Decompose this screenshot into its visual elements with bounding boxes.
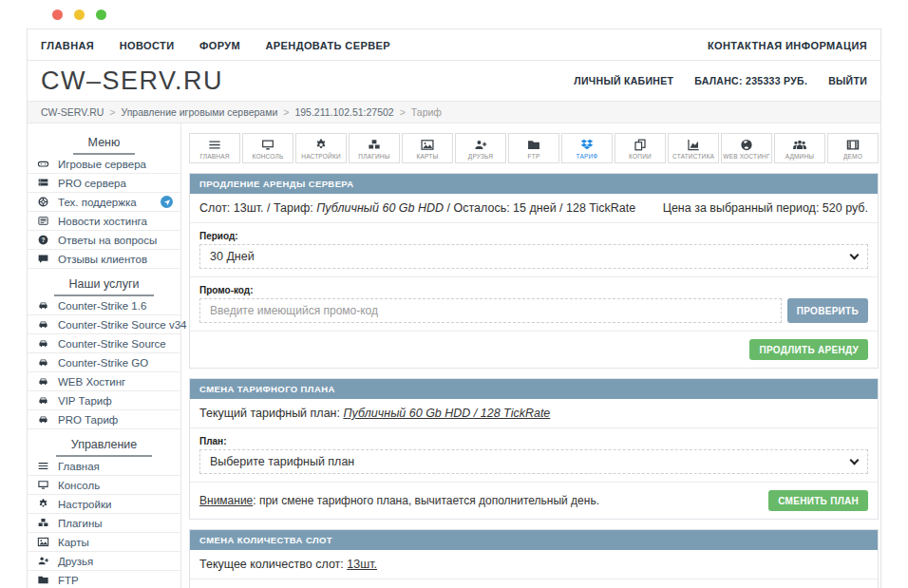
sidebar-item-web-hosting[interactable]: WEB Хостинг [28,372,180,391]
taxi-icon [37,375,49,388]
sidebar-item-label: Плагины [58,518,103,529]
image-icon [37,536,49,548]
extend-rent-button[interactable]: ПРОДЛИТЬ АРЕНДУ [749,339,868,360]
tab-label: FTP [528,153,540,160]
breadcrumb-server-ip[interactable]: 195.211.102.51:27502 [294,106,393,118]
top-nav-left: ГЛАВНАЯ НОВОСТИ ФОРУМ АРЕНДОВАТЬ СЕРВЕР [41,36,411,53]
image-icon [416,138,439,152]
nav-forum-link[interactable]: ФОРУМ [199,40,240,51]
sidebar-item-maps[interactable]: Карты [28,533,180,552]
nav-contact-link[interactable]: КОНТАКТНАЯ ИНФОРМАЦИЯ [708,40,867,51]
monitor-icon [37,479,49,491]
breadcrumb-servers[interactable]: Управление игровыми серверами [121,106,277,118]
account-area: ЛИЧНЫЙ КАБИНЕТ БАЛАНС: 235333 РУБ. ВЫЙТИ [553,75,867,86]
sidebar-item-label: Counter-Strike Source v34 [58,319,187,331]
news-icon [37,215,49,227]
promo-row: Промо-код: ПРОВЕРИТЬ [190,277,878,332]
tab-label: НАСТРОЙКИ [301,153,341,160]
breadcrumb: CW-SERV.RU>Управление игровыми серверами… [28,101,880,123]
tab-friends[interactable]: ДРУЗЬЯ [455,133,506,163]
check-promo-button[interactable]: ПРОВЕРИТЬ [787,298,868,323]
sidebar-item-label: WEB Хостинг [58,376,125,388]
site-logo[interactable]: CW–SERV.RU [41,66,223,96]
nav-home-link[interactable]: ГЛАВНАЯ [41,40,94,51]
tab-label: ГЛАВНАЯ [199,153,229,160]
current-slots-link[interactable]: 13шт. [347,558,377,571]
sidebar-item-game-servers[interactable]: Игровые сервера [28,155,180,174]
tab-web-hosting[interactable]: WEB ХОСТИНГ [721,133,772,163]
sidebar-item-pro-servers[interactable]: PRO сервера [28,174,180,193]
tab-admins[interactable]: АДМИНЫ [774,133,825,163]
sidebar-item-label: Тех. поддержка [58,197,137,208]
sidebar-item-tech-support[interactable]: Тех. поддержка [28,193,180,212]
sidebar-item-label: Ответы на вопросы [58,235,157,246]
site-container: ГЛАВНАЯ НОВОСТИ ФОРУМ АРЕНДОВАТЬ СЕРВЕР … [27,28,881,588]
personal-cabinet-link[interactable]: ЛИЧНЫЙ КАБИНЕТ [574,75,673,86]
tab-label: АДМИНЫ [785,153,815,160]
sidebar-item-pro-tariff[interactable]: PRO Тариф [28,410,180,429]
change-plan-button[interactable]: СМЕНИТЬ ПЛАН [768,490,868,511]
tab-label: ТАРИФ [576,153,597,160]
sidebar-item-label: Новости хостинга [58,216,147,227]
tab-label: ПЛАГИНЫ [358,153,389,160]
nav-news-link[interactable]: НОВОСТИ [120,40,175,51]
tab-demo[interactable]: ДЕМО [827,133,879,163]
minimize-window-button[interactable] [74,9,85,20]
sidebar-item-console[interactable]: Консоль [28,476,180,495]
tab-label: КОПИИ [629,153,652,160]
tab-statistics[interactable]: СТАТИСТИКА [668,133,719,163]
tab-console[interactable]: КОНСОЛЬ [242,133,293,163]
sidebar-item-vip-tariff[interactable]: VIP Тариф [28,391,180,410]
sidebar-item-css[interactable]: Counter-Strike Source [28,334,180,353]
tab-tariff[interactable]: ТАРИФ [561,133,613,163]
sidebar-item-friends[interactable]: Друзья [28,552,180,571]
nav-rent-server-link[interactable]: АРЕНДОВАТЬ СЕРВЕР [266,40,390,51]
sidebar-item-label: Друзья [58,556,93,567]
sidebar-item-main[interactable]: Главная [28,457,180,476]
sidebar-item-css-v34[interactable]: Counter-Strike Source v34 [28,315,180,334]
sidebar-item-reviews[interactable]: Отзывы клиентов [28,250,180,269]
sidebar: Меню Игровые сервера PRO сервера Тех. по… [28,123,181,588]
close-window-button[interactable] [52,9,63,20]
plan-select[interactable]: Выберите тарифный план [199,449,868,474]
breadcrumb-separator: > [109,106,115,118]
sidebar-item-label: Главная [58,461,100,472]
sidebar-section-title: Наши услуги [54,277,155,296]
sidebar-item-label: PRO сервера [58,178,126,189]
warning-link[interactable]: Внимание [199,494,253,507]
logout-link[interactable]: ВЫЙТИ [828,75,867,86]
period-price: Цена за выбранный период: 520 руб. [663,201,868,215]
current-plan-link[interactable]: Публичный 60 Gb HDD / 128 TickRate [343,407,550,420]
sidebar-item-faq[interactable]: Ответы на вопросы [28,231,180,250]
breadcrumb-root[interactable]: CW-SERV.RU [41,106,104,118]
sidebar-item-csgo[interactable]: Counter-Strike GO [28,353,180,372]
monitor-icon [256,138,279,152]
sidebar-item-hosting-news[interactable]: Новости хостинга [28,212,180,231]
sidebar-item-cs16[interactable]: Counter-Strike 1.6 [28,296,180,315]
chevron-down-icon [850,250,860,259]
sidebar-item-settings[interactable]: Настройки [28,495,180,514]
tab-settings[interactable]: НАСТРОЙКИ [295,133,347,163]
tab-ftp[interactable]: FTP [508,133,559,163]
sidebar-item-label: FTP [58,575,79,586]
panel-title: СМЕНА КОЛИЧЕСТВА СЛОТ [190,530,878,550]
chevron-down-icon [850,455,860,465]
zoom-window-button[interactable] [96,9,106,20]
sidebar-item-label: Counter-Strike GO [58,357,148,369]
period-row: Период: 30 Дней [190,223,878,277]
sidebar-item-ftp[interactable]: FTP [28,571,180,588]
taxi-icon [37,413,49,426]
sidebar-item-label: Counter-Strike Source [58,338,166,350]
sidebar-item-label: PRO Тариф [58,414,118,426]
sidebar-section-services: Наши услуги [28,269,180,296]
sidebar-item-plugins[interactable]: Плагины [28,514,180,533]
tab-label: WEB ХОСТИНГ [723,153,769,160]
promo-code-input[interactable] [199,298,782,323]
period-select[interactable]: 30 Дней [199,244,868,269]
plan-selected-value: Выберите тарифный план [210,455,354,468]
tab-copies[interactable]: КОПИИ [615,133,666,163]
tab-maps[interactable]: КАРТЫ [402,133,453,163]
tab-plugins[interactable]: ПЛАГИНЫ [349,133,400,163]
tab-main[interactable]: ГЛАВНАЯ [189,133,240,163]
telegram-badge[interactable] [161,196,173,208]
